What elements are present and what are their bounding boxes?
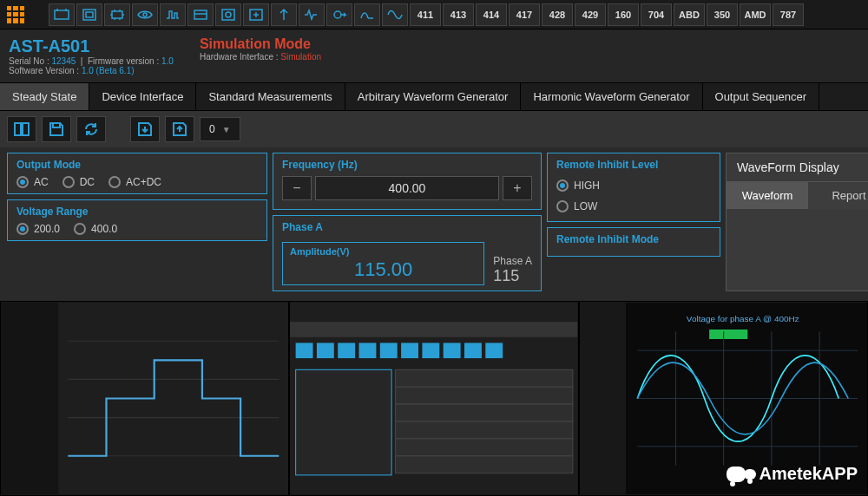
output-mode-radio-acdc[interactable]: AC+DC (108, 176, 161, 188)
test-button-160[interactable]: 160 (608, 3, 639, 26)
refresh-icon[interactable] (76, 116, 106, 142)
svg-point-4 (143, 13, 147, 16)
tool-icon-9[interactable] (271, 3, 297, 26)
svg-rect-10 (15, 123, 21, 135)
svg-rect-20 (290, 322, 577, 337)
svg-rect-23 (339, 343, 356, 358)
svg-rect-25 (380, 343, 398, 358)
tool-icon-11[interactable] (326, 3, 352, 26)
watermark: AmetekAPP (727, 464, 858, 484)
test-button-AMD[interactable]: AMD (740, 3, 771, 26)
phase-a-title: Phase A (282, 221, 532, 233)
rim-title: Remote Inhibit Mode (556, 233, 711, 245)
device-info: AST-A501 Serial No : 12345 | Firmware ve… (9, 36, 174, 75)
svg-rect-31 (396, 369, 573, 387)
pulse-icon[interactable] (299, 3, 325, 26)
save-icon[interactable] (42, 116, 71, 142)
amplitude-subpanel: Amplitude(V) 115.00 (282, 242, 484, 285)
voltage-range-title: Voltage Range (16, 206, 258, 218)
output-mode-radio-dc[interactable]: DC (62, 176, 95, 188)
svg-rect-6 (222, 10, 234, 20)
phase-a-panel: Phase A Amplitude(V) 115.00 Phase A 115 (273, 215, 542, 291)
tab-device-interface[interactable]: Device Interface (89, 83, 196, 110)
tool-icon-1[interactable] (49, 3, 75, 26)
svg-rect-11 (23, 123, 29, 135)
output-mode-radio-ac[interactable]: AC (16, 176, 49, 188)
remote-inhibit-radio-high[interactable]: HIGH (556, 179, 711, 192)
freq-minus[interactable]: − (282, 176, 312, 200)
tool-icon-6[interactable] (187, 3, 214, 26)
save-slot-icon[interactable] (130, 116, 160, 142)
tool-icon-7[interactable] (215, 3, 241, 26)
tool-icon-2[interactable] (76, 3, 102, 26)
slot-select[interactable]: 0 ▼ (200, 117, 240, 141)
eye-icon[interactable] (132, 3, 158, 26)
svg-point-9 (334, 11, 341, 18)
tab-steady-state[interactable]: Steady State (0, 83, 89, 110)
tool-icon-3[interactable] (104, 3, 130, 26)
svg-rect-1 (83, 10, 95, 20)
voltage-range-radio-4000[interactable]: 400.0 (74, 223, 117, 235)
tool-icon-8[interactable] (243, 3, 269, 26)
apps-grid-icon[interactable] (3, 3, 28, 27)
amplitude-title: Amplitude(V) (290, 246, 477, 257)
load-slot-icon[interactable] (165, 116, 194, 142)
tab-harmonic-waveform-generator[interactable]: Harmonic Waveform Generator (521, 83, 702, 110)
test-button-787[interactable]: 787 (773, 3, 804, 26)
svg-text:Voltage for phase A @ 400Hz: Voltage for phase A @ 400Hz (687, 314, 799, 323)
remote-inhibit-radio-low[interactable]: LOW (556, 200, 711, 212)
svg-rect-21 (296, 343, 313, 358)
voltage-range-radio-2000[interactable]: 200.0 (16, 223, 60, 235)
test-button-ABD[interactable]: ABD (674, 3, 705, 26)
output-mode-panel: Output Mode ACDCAC+DC (7, 153, 267, 194)
test-button-411[interactable]: 411 (410, 3, 441, 26)
svg-rect-37 (296, 369, 391, 474)
svg-rect-28 (444, 343, 461, 358)
tab-standard-measurements[interactable]: Standard Measurements (196, 83, 345, 110)
freq-value[interactable]: 400.00 (315, 176, 499, 200)
wf-tab-waveform[interactable]: Waveform (727, 182, 808, 209)
open-icon[interactable] (7, 116, 36, 142)
phase-a-side: Phase A 115 (493, 255, 532, 285)
frequency-stepper: − 400.00 + (282, 176, 532, 200)
device-serial-line: Serial No : 12345 | Firmware version : 1… (9, 56, 174, 66)
remote-inhibit-level-panel: Remote Inhibit Level HIGHLOW (547, 153, 720, 222)
svg-rect-22 (317, 343, 334, 358)
tab-arbitrary-waveform-generator[interactable]: Arbitrary Waveform Generator (345, 83, 522, 110)
main-tabs: Steady StateDevice InterfaceStandard Mea… (0, 82, 868, 111)
svg-rect-27 (423, 343, 440, 358)
chevron-down-icon: ▼ (222, 125, 231, 134)
freq-plus[interactable]: + (503, 176, 532, 200)
svg-rect-12 (53, 123, 60, 127)
test-button-417[interactable]: 417 (509, 3, 540, 26)
test-button-429[interactable]: 429 (575, 3, 606, 26)
wf-tab-report[interactable]: Report (808, 182, 868, 209)
svg-point-7 (226, 12, 231, 17)
svg-rect-35 (396, 439, 573, 456)
svg-rect-33 (396, 404, 573, 421)
device-title: AST-A501 (9, 36, 174, 56)
test-button-704[interactable]: 704 (641, 3, 672, 26)
svg-rect-24 (359, 343, 377, 358)
test-button-413[interactable]: 413 (443, 3, 474, 26)
test-button-350[interactable]: 350 (707, 3, 738, 26)
test-button-428[interactable]: 428 (542, 3, 573, 26)
svg-rect-14 (1, 303, 58, 494)
tab-output-sequencer[interactable]: Output Sequencer (703, 83, 820, 110)
output-mode-title: Output Mode (16, 159, 258, 171)
simulation-mode: Simulation Mode Hardware Interface : Sim… (200, 36, 321, 75)
tool-icon-12[interactable] (354, 3, 380, 26)
sine-icon[interactable] (382, 3, 408, 26)
test-button-414[interactable]: 414 (476, 3, 507, 26)
tool-icon-5[interactable] (160, 3, 186, 26)
svg-rect-5 (194, 10, 207, 19)
svg-rect-32 (396, 387, 573, 404)
amplitude-value[interactable]: 115.00 (290, 258, 477, 281)
frequency-panel: Frequency (Hz) − 400.00 + (273, 153, 542, 210)
remote-inhibit-mode-panel: Remote Inhibit Mode (547, 227, 720, 257)
device-sw-line: Software Version : 1.0 (Beta 6.1) (9, 66, 174, 75)
svg-rect-39 (580, 303, 626, 494)
device-header: AST-A501 Serial No : 12345 | Firmware ve… (0, 29, 868, 82)
svg-rect-0 (55, 10, 69, 19)
svg-rect-29 (464, 343, 482, 358)
